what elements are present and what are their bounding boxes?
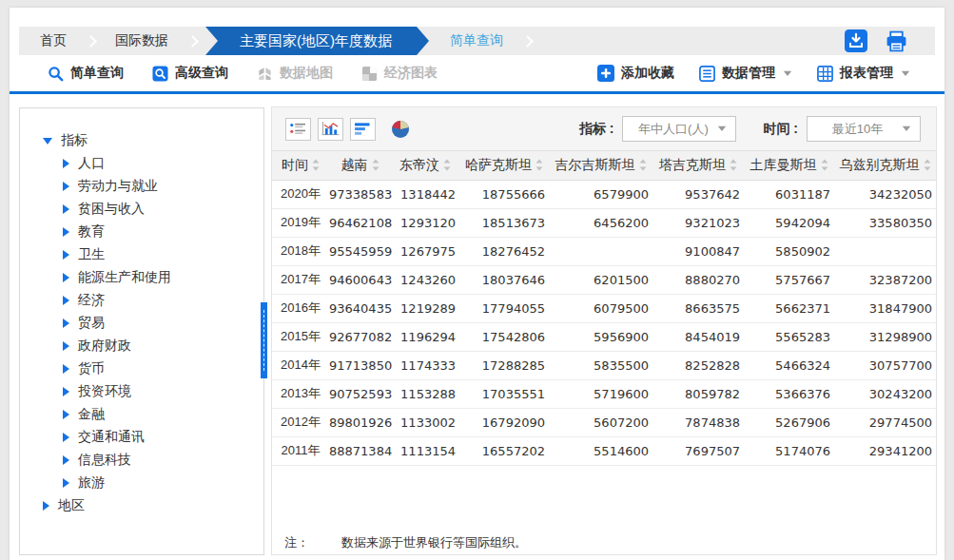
list-view-button[interactable] <box>285 118 311 141</box>
cell-value: 5835500 <box>549 351 652 379</box>
time-filter-label: 时间 : <box>763 121 798 138</box>
sidebar-item-label: 人口 <box>78 155 105 172</box>
toolbar-item-data-map: 数据地图 <box>257 65 333 82</box>
toolbar-item-report-management[interactable]: 报表管理 <box>817 65 910 82</box>
table-row: 2017年94600643124326018037646620150088802… <box>272 265 936 294</box>
sidebar-item-information-technology[interactable]: 信息科技 <box>20 449 263 472</box>
caret-right-icon <box>63 159 69 168</box>
column-header[interactable]: 哈萨克斯坦 <box>459 151 549 180</box>
breadcrumb-items: 首页国际数据主要国家(地区)年度数据简单查询 <box>19 27 531 55</box>
toolbar-right: 添加收藏数据管理报表管理 <box>597 65 935 82</box>
sidebar-item-health[interactable]: 卫生 <box>20 243 263 266</box>
column-header[interactable]: 越南 <box>329 151 391 180</box>
cell-value: 31847900 <box>834 294 936 322</box>
sidebar-item-labor-employment[interactable]: 劳动力与就业 <box>20 175 263 198</box>
toolbar-item-add-favorite[interactable]: 添加收藏 <box>597 65 674 82</box>
column-header[interactable]: 乌兹别克斯坦 <box>834 151 936 180</box>
sidebar-item-government-finance[interactable]: 政府财政 <box>20 335 263 357</box>
pie-chart-view-button[interactable] <box>388 118 413 141</box>
cell-value: 29341200 <box>834 436 936 465</box>
cell-value: 34232050 <box>834 180 936 208</box>
cell-value: 30757700 <box>834 351 936 379</box>
table-row: 2018年95545959126797518276452910084758509… <box>272 237 936 265</box>
time-select[interactable]: 最近10年 <box>807 116 921 142</box>
horizontal-bar-view-button[interactable] <box>350 118 376 141</box>
column-header[interactable]: 时间 <box>272 151 329 180</box>
column-header-label: 东帝汶 <box>399 157 439 174</box>
cell-value: 88871384 <box>329 436 391 465</box>
column-header-inner: 塔吉克斯坦 <box>659 157 737 174</box>
sidebar-item-currency[interactable]: 货币 <box>20 357 263 380</box>
sidebar-item-transport-communication[interactable]: 交通和通讯 <box>20 426 263 449</box>
sort-icon[interactable] <box>924 159 931 171</box>
toolbar-item-simple-query[interactable]: 简单查询 <box>48 65 124 82</box>
sort-icon[interactable] <box>312 159 320 171</box>
bar-chart-view-button[interactable] <box>318 118 343 141</box>
sidebar-item-education[interactable]: 教育 <box>20 221 263 243</box>
print-button[interactable] <box>885 29 908 53</box>
sidebar-item-trade[interactable]: 贸易 <box>20 312 263 335</box>
cell-value: 1318442 <box>391 180 459 208</box>
cell-time: 2020年 <box>272 180 329 208</box>
sidebar-item-tourism[interactable]: 旅游 <box>20 472 263 494</box>
toolbar-item-economic-charts: 经济图表 <box>361 65 438 82</box>
breadcrumb-item-home[interactable]: 首页 <box>19 27 88 55</box>
cell-value: 5267906 <box>744 408 834 436</box>
toolbar-item-data-management[interactable]: 数据管理 <box>699 65 792 82</box>
sort-icon[interactable] <box>730 159 737 171</box>
cell-value: 9321023 <box>652 208 744 237</box>
indicator-select[interactable]: 年中人口(人) <box>622 116 736 142</box>
sidebar-item-label: 交通和通讯 <box>78 429 145 446</box>
toolbar-item-advanced-query[interactable]: 高级查询 <box>152 65 228 82</box>
sidebar-item-poverty-income[interactable]: 贫困与收入 <box>20 198 263 221</box>
cell-value: 31298900 <box>834 322 936 351</box>
sort-icon[interactable] <box>821 159 828 171</box>
column-header[interactable]: 塔吉克斯坦 <box>652 151 744 180</box>
sidebar-item-region[interactable]: 地区 <box>20 494 263 517</box>
caret-right-icon <box>63 296 69 305</box>
column-header-label: 塔吉克斯坦 <box>659 157 726 174</box>
bar-chart-view-icon <box>321 122 340 136</box>
breadcrumb-item-international-data[interactable]: 国际数据 <box>94 27 189 55</box>
table-row: 2016年93640435121928917794055607950086635… <box>272 294 936 322</box>
cell-value: 5607200 <box>549 408 652 436</box>
sidebar-item-population[interactable]: 人口 <box>20 152 263 175</box>
column-header-label: 吉尔吉斯斯坦 <box>555 157 635 174</box>
cell-value: 5466324 <box>744 351 834 379</box>
sidebar-item-label: 贸易 <box>78 315 105 332</box>
breadcrumb-item-simple-query[interactable]: 简单查询 <box>429 27 524 55</box>
column-header[interactable]: 土库曼斯坦 <box>744 151 834 180</box>
column-header[interactable]: 东帝汶 <box>391 151 459 180</box>
cell-value: 90752593 <box>329 379 391 408</box>
sidebar-item-label: 经济 <box>78 292 105 309</box>
content-card: 首页国际数据主要国家(地区)年度数据简单查询 简单查询高级查询数据地图经济图表 … <box>10 8 944 560</box>
sort-icon[interactable] <box>535 159 543 171</box>
download-button[interactable] <box>845 29 867 52</box>
sort-icon[interactable] <box>372 159 380 171</box>
sidebar-item-finance[interactable]: 金融 <box>20 403 263 426</box>
cell-value: 1133002 <box>391 408 459 436</box>
caret-right-icon <box>63 227 69 237</box>
sidebar-item-indicators[interactable]: 指标 <box>20 129 263 152</box>
sidebar-item-investment-environment[interactable]: 投资环境 <box>20 380 263 403</box>
toolbar-item-label: 添加收藏 <box>621 65 674 82</box>
indicator-filter-label: 指标 : <box>579 121 614 138</box>
sort-icon[interactable] <box>639 159 647 171</box>
cell-time: 2014年 <box>272 351 329 379</box>
sidebar-item-label: 劳动力与就业 <box>78 178 158 195</box>
sidebar-item-energy-production-use[interactable]: 能源生产和使用 <box>20 266 263 289</box>
sidebar-item-economy[interactable]: 经济 <box>20 289 263 312</box>
toolbar-left: 简单查询高级查询数据地图经济图表 <box>19 65 438 82</box>
caret-right-icon <box>63 455 69 465</box>
cell-value: 18276452 <box>459 237 549 265</box>
query-toolbar: 简单查询高级查询数据地图经济图表 添加收藏数据管理报表管理 <box>19 55 935 91</box>
column-header[interactable]: 吉尔吉斯斯坦 <box>549 151 652 180</box>
cell-value: 18755666 <box>459 180 549 208</box>
column-header-inner: 乌兹别克斯坦 <box>840 157 931 174</box>
sidebar-resize-handle[interactable] <box>261 302 267 378</box>
cell-value: 1196294 <box>391 322 459 351</box>
cell-value: 7697507 <box>652 436 744 465</box>
download-icon <box>845 29 867 52</box>
sort-icon[interactable] <box>443 159 451 171</box>
breadcrumb-item-annual-data-major-countries[interactable]: 主要国家(地区)年度数据 <box>205 27 417 55</box>
